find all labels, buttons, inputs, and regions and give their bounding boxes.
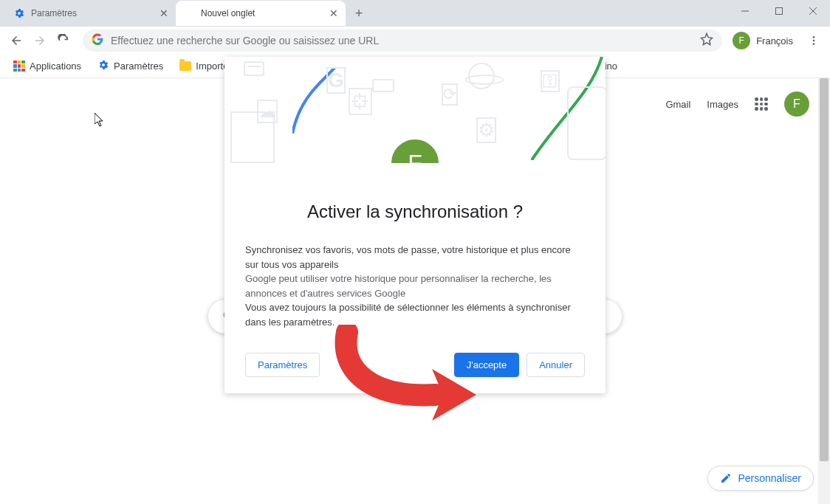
phone-icon (567, 86, 606, 160)
close-tab-icon[interactable]: ✕ (329, 7, 338, 19)
reload-button[interactable] (53, 30, 74, 51)
dialog-text-3: Vous avez toujours la possibilité de sél… (245, 300, 585, 329)
window-titlebar: Paramètres ✕ Nouvel onglet ✕ + (0, 0, 830, 27)
window-close[interactable] (796, 0, 830, 22)
window-maximize[interactable] (762, 0, 796, 22)
cloud-icon: ☁ (257, 100, 278, 123)
apps-icon (13, 61, 25, 72)
blank-favicon (183, 7, 195, 19)
avatar: F (733, 32, 750, 49)
tab-parametres[interactable]: Paramètres ✕ (6, 1, 176, 26)
cancel-button[interactable]: Annuler (527, 353, 585, 377)
puzzle-icon: ⯐ (349, 88, 372, 115)
gear-icon (13, 7, 25, 19)
ticket-icon (372, 79, 394, 92)
close-tab-icon[interactable]: ✕ (160, 7, 168, 19)
folder-icon (179, 61, 191, 71)
settings-button[interactable]: Paramètres (245, 353, 320, 377)
pencil-icon (720, 472, 732, 484)
new-tab-button[interactable]: + (349, 3, 369, 24)
tab-title: Paramètres (31, 8, 154, 18)
window-minimize[interactable] (728, 0, 762, 22)
accept-button[interactable]: J'accepte (454, 353, 520, 377)
profile-chip[interactable]: F François (731, 30, 800, 52)
bookmark-parametres[interactable]: Paramètres (92, 56, 169, 76)
tab-title: Nouvel onglet (201, 8, 323, 18)
chrome-icon (468, 63, 495, 89)
sync-dialog: G ⯐ ⟳ ⚙ ⚿ ☁ F Activer la synchronisation… (224, 57, 606, 393)
account-avatar[interactable]: F (784, 92, 809, 117)
scrollbar[interactable] (818, 78, 830, 504)
google-g-icon (92, 33, 103, 48)
apps-launcher-icon[interactable] (755, 97, 768, 111)
browser-toolbar: F François (0, 27, 830, 55)
svg-point-4 (813, 36, 815, 38)
svg-point-6 (813, 43, 815, 45)
address-bar[interactable] (83, 30, 722, 52)
sync-icon: ⟳ (442, 83, 458, 106)
images-link[interactable]: Images (707, 99, 738, 110)
bookmark-star-icon[interactable] (700, 32, 713, 49)
gear-icon (97, 59, 109, 73)
svg-rect-1 (776, 8, 783, 15)
forward-button[interactable] (30, 30, 50, 51)
back-button[interactable] (6, 30, 27, 51)
gmail-link[interactable]: Gmail (665, 99, 690, 110)
scrollbar-thumb[interactable] (820, 78, 829, 461)
g-icon: G (326, 67, 346, 94)
dialog-avatar: F (390, 138, 440, 163)
dialog-text-2: Google peut utiliser votre historique po… (245, 272, 585, 300)
customize-button[interactable]: Personnaliser (707, 466, 814, 491)
card-icon (244, 61, 264, 76)
dialog-text-1: Synchronisez vos favoris, vos mots de pa… (245, 243, 585, 272)
omnibox-input[interactable] (111, 35, 693, 46)
profile-name: François (756, 35, 793, 46)
key-icon: ⚿ (541, 70, 560, 92)
tab-nouvel-onglet[interactable]: Nouvel onglet ✕ (176, 1, 346, 26)
dialog-illustration: G ⯐ ⟳ ⚙ ⚿ ☁ F (224, 57, 606, 163)
svg-point-5 (813, 40, 815, 42)
gear-icon: ⚙ (476, 117, 496, 143)
chrome-menu[interactable] (803, 30, 824, 51)
ntp-top-links: Gmail Images F (665, 92, 809, 117)
dialog-title: Activer la synchronisation ? (245, 201, 585, 222)
bookmark-applications[interactable]: Applications (7, 58, 87, 75)
